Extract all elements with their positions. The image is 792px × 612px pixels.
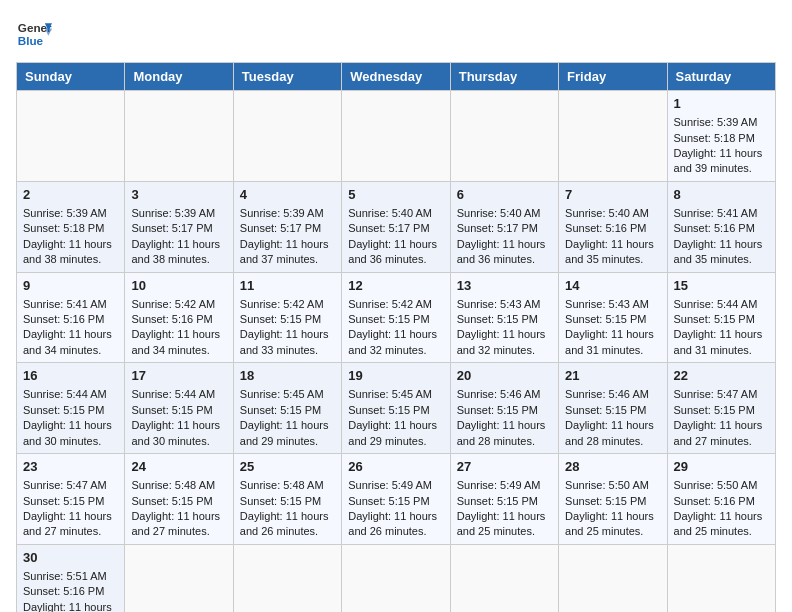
calendar-cell: 22Sunrise: 5:47 AMSunset: 5:15 PMDayligh… xyxy=(667,363,775,454)
calendar-cell xyxy=(559,91,667,182)
sunset-text: Sunset: 5:15 PM xyxy=(348,403,443,418)
daylight-text: Daylight: 11 hours and 28 minutes. xyxy=(565,418,660,449)
sunset-text: Sunset: 5:15 PM xyxy=(348,494,443,509)
sunset-text: Sunset: 5:15 PM xyxy=(348,312,443,327)
calendar-week-4: 16Sunrise: 5:44 AMSunset: 5:15 PMDayligh… xyxy=(17,363,776,454)
sunrise-text: Sunrise: 5:44 AM xyxy=(23,387,118,402)
sunset-text: Sunset: 5:15 PM xyxy=(240,403,335,418)
sunrise-text: Sunrise: 5:40 AM xyxy=(348,206,443,221)
sunset-text: Sunset: 5:15 PM xyxy=(131,494,226,509)
sunrise-text: Sunrise: 5:48 AM xyxy=(240,478,335,493)
calendar-cell: 8Sunrise: 5:41 AMSunset: 5:16 PMDaylight… xyxy=(667,181,775,272)
sunset-text: Sunset: 5:16 PM xyxy=(23,584,118,599)
calendar-cell xyxy=(450,544,558,612)
daylight-text: Daylight: 11 hours and 37 minutes. xyxy=(240,237,335,268)
daylight-text: Daylight: 11 hours and 36 minutes. xyxy=(457,237,552,268)
day-number: 28 xyxy=(565,458,660,476)
sunset-text: Sunset: 5:15 PM xyxy=(674,403,769,418)
daylight-text: Daylight: 11 hours and 25 minutes. xyxy=(565,509,660,540)
daylight-text: Daylight: 11 hours and 38 minutes. xyxy=(23,237,118,268)
sunset-text: Sunset: 5:15 PM xyxy=(565,494,660,509)
day-number: 4 xyxy=(240,186,335,204)
sunset-text: Sunset: 5:15 PM xyxy=(457,494,552,509)
sunrise-text: Sunrise: 5:51 AM xyxy=(23,569,118,584)
calendar-cell xyxy=(342,544,450,612)
sunrise-text: Sunrise: 5:40 AM xyxy=(565,206,660,221)
calendar-cell: 19Sunrise: 5:45 AMSunset: 5:15 PMDayligh… xyxy=(342,363,450,454)
sunset-text: Sunset: 5:15 PM xyxy=(240,312,335,327)
sunset-text: Sunset: 5:18 PM xyxy=(674,131,769,146)
calendar-week-6: 30Sunrise: 5:51 AMSunset: 5:16 PMDayligh… xyxy=(17,544,776,612)
header-wednesday: Wednesday xyxy=(342,63,450,91)
sunrise-text: Sunrise: 5:50 AM xyxy=(674,478,769,493)
calendar-cell xyxy=(125,544,233,612)
calendar-cell xyxy=(450,91,558,182)
calendar-cell: 16Sunrise: 5:44 AMSunset: 5:15 PMDayligh… xyxy=(17,363,125,454)
calendar-cell: 24Sunrise: 5:48 AMSunset: 5:15 PMDayligh… xyxy=(125,454,233,545)
calendar-cell: 7Sunrise: 5:40 AMSunset: 5:16 PMDaylight… xyxy=(559,181,667,272)
sunset-text: Sunset: 5:16 PM xyxy=(674,221,769,236)
daylight-text: Daylight: 11 hours and 30 minutes. xyxy=(23,418,118,449)
calendar-cell xyxy=(233,91,341,182)
header-friday: Friday xyxy=(559,63,667,91)
sunrise-text: Sunrise: 5:42 AM xyxy=(348,297,443,312)
day-number: 16 xyxy=(23,367,118,385)
calendar-cell xyxy=(342,91,450,182)
calendar-cell: 15Sunrise: 5:44 AMSunset: 5:15 PMDayligh… xyxy=(667,272,775,363)
daylight-text: Daylight: 11 hours and 34 minutes. xyxy=(23,327,118,358)
header-sunday: Sunday xyxy=(17,63,125,91)
calendar-cell: 29Sunrise: 5:50 AMSunset: 5:16 PMDayligh… xyxy=(667,454,775,545)
daylight-text: Daylight: 11 hours and 35 minutes. xyxy=(674,237,769,268)
sunrise-text: Sunrise: 5:42 AM xyxy=(131,297,226,312)
daylight-text: Daylight: 11 hours and 26 minutes. xyxy=(348,509,443,540)
day-number: 17 xyxy=(131,367,226,385)
sunset-text: Sunset: 5:17 PM xyxy=(240,221,335,236)
sunset-text: Sunset: 5:15 PM xyxy=(23,494,118,509)
sunrise-text: Sunrise: 5:49 AM xyxy=(457,478,552,493)
page-header: General Blue xyxy=(16,16,776,52)
day-number: 27 xyxy=(457,458,552,476)
day-number: 29 xyxy=(674,458,769,476)
daylight-text: Daylight: 11 hours and 28 minutes. xyxy=(457,418,552,449)
sunset-text: Sunset: 5:15 PM xyxy=(565,403,660,418)
sunrise-text: Sunrise: 5:44 AM xyxy=(131,387,226,402)
day-number: 6 xyxy=(457,186,552,204)
calendar-cell: 5Sunrise: 5:40 AMSunset: 5:17 PMDaylight… xyxy=(342,181,450,272)
day-number: 25 xyxy=(240,458,335,476)
header-monday: Monday xyxy=(125,63,233,91)
sunset-text: Sunset: 5:15 PM xyxy=(565,312,660,327)
daylight-text: Daylight: 11 hours and 36 minutes. xyxy=(348,237,443,268)
sunrise-text: Sunrise: 5:41 AM xyxy=(23,297,118,312)
day-number: 15 xyxy=(674,277,769,295)
day-number: 9 xyxy=(23,277,118,295)
day-number: 23 xyxy=(23,458,118,476)
header-tuesday: Tuesday xyxy=(233,63,341,91)
sunrise-text: Sunrise: 5:49 AM xyxy=(348,478,443,493)
sunset-text: Sunset: 5:18 PM xyxy=(23,221,118,236)
header-thursday: Thursday xyxy=(450,63,558,91)
sunset-text: Sunset: 5:17 PM xyxy=(457,221,552,236)
sunset-text: Sunset: 5:15 PM xyxy=(457,403,552,418)
daylight-text: Daylight: 11 hours and 35 minutes. xyxy=(565,237,660,268)
sunrise-text: Sunrise: 5:46 AM xyxy=(565,387,660,402)
day-number: 13 xyxy=(457,277,552,295)
calendar-cell: 6Sunrise: 5:40 AMSunset: 5:17 PMDaylight… xyxy=(450,181,558,272)
day-number: 19 xyxy=(348,367,443,385)
sunrise-text: Sunrise: 5:45 AM xyxy=(240,387,335,402)
daylight-text: Daylight: 11 hours and 31 minutes. xyxy=(565,327,660,358)
sunrise-text: Sunrise: 5:48 AM xyxy=(131,478,226,493)
daylight-text: Daylight: 11 hours and 34 minutes. xyxy=(131,327,226,358)
calendar-cell: 3Sunrise: 5:39 AMSunset: 5:17 PMDaylight… xyxy=(125,181,233,272)
day-number: 20 xyxy=(457,367,552,385)
daylight-text: Daylight: 11 hours and 24 minutes. xyxy=(23,600,118,612)
calendar-cell: 27Sunrise: 5:49 AMSunset: 5:15 PMDayligh… xyxy=(450,454,558,545)
sunset-text: Sunset: 5:16 PM xyxy=(131,312,226,327)
day-number: 8 xyxy=(674,186,769,204)
daylight-text: Daylight: 11 hours and 39 minutes. xyxy=(674,146,769,177)
sunrise-text: Sunrise: 5:39 AM xyxy=(131,206,226,221)
day-number: 2 xyxy=(23,186,118,204)
calendar-cell: 28Sunrise: 5:50 AMSunset: 5:15 PMDayligh… xyxy=(559,454,667,545)
daylight-text: Daylight: 11 hours and 32 minutes. xyxy=(348,327,443,358)
daylight-text: Daylight: 11 hours and 30 minutes. xyxy=(131,418,226,449)
sunrise-text: Sunrise: 5:43 AM xyxy=(457,297,552,312)
